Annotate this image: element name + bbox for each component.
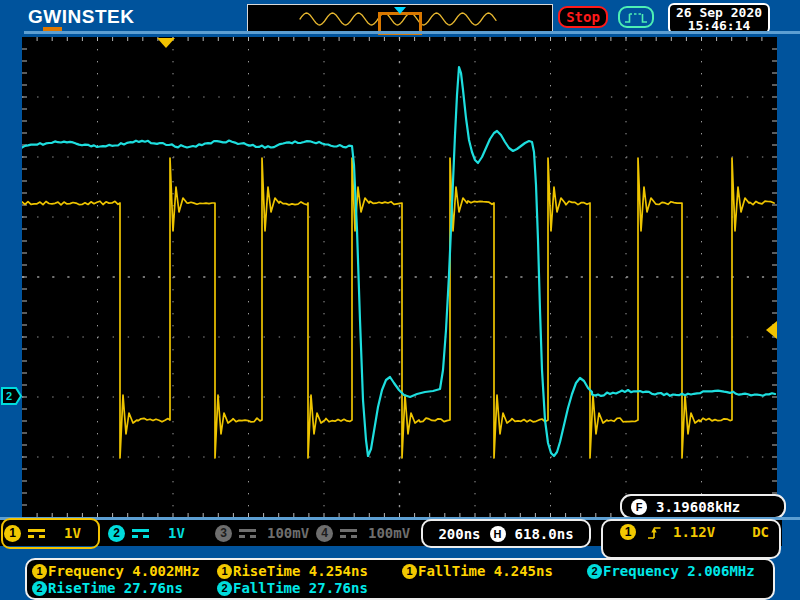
measurement-item: 2 RiseTime 27.76ns [32, 580, 183, 596]
measurement-text: RiseTime 4.254ns [233, 563, 368, 579]
waveform-display [22, 37, 777, 517]
gwinstek-logo: GWINSTEK [28, 6, 134, 28]
measurement-ch-badge: 1 [402, 564, 417, 579]
ch3-scale: 100mV [267, 525, 309, 541]
trigger-level-value: 1.12V [673, 524, 715, 540]
timebase-box[interactable]: 200ns H 618.0ns [421, 519, 591, 548]
measurement-ch-badge: 1 [217, 564, 232, 579]
measurement-ch-badge: 1 [32, 564, 47, 579]
horizontal-icon: H [490, 526, 506, 542]
trigger-type-indicator [618, 6, 654, 28]
freq-counter-icon: F [631, 499, 647, 515]
measurement-item: 2 Frequency 2.006MHz [587, 563, 755, 579]
measurement-ch-badge: 2 [587, 564, 602, 579]
logo-letter-w: W [43, 6, 61, 31]
preview-trigger-marker-icon[interactable] [394, 7, 406, 14]
timebase-position: 618.0ns [515, 526, 574, 542]
ch4-scale: 100mV [368, 525, 410, 541]
channel-1-status[interactable]: 1 1V [4, 521, 81, 545]
ch1-coupling-icon [28, 529, 45, 538]
channel-3-status[interactable]: 3 100mV [215, 521, 309, 545]
ch4-badge: 4 [316, 525, 333, 542]
measurement-text: RiseTime 27.76ns [48, 580, 183, 596]
measurement-ch-badge: 2 [32, 581, 47, 596]
measurement-item: 2 FallTime 27.76ns [217, 580, 368, 596]
ch3-coupling-icon [239, 529, 256, 538]
logo-letter-g: G [28, 6, 43, 27]
timebase-scale: 200ns [438, 526, 480, 542]
ch2-badge: 2 [108, 525, 125, 542]
measurement-item: 1 FallTime 4.245ns [402, 563, 553, 579]
ch4-coupling-icon [340, 529, 357, 538]
trigger-coupling: DC [752, 524, 769, 540]
trigger-level-marker-icon[interactable] [766, 321, 777, 339]
ch1-badge: 1 [4, 525, 21, 542]
channel-4-status[interactable]: 4 100mV [316, 521, 410, 545]
trigger-source-badge: 1 [620, 524, 636, 540]
measurement-text: Frequency 2.006MHz [603, 563, 755, 579]
run-stop-indicator[interactable]: Stop [558, 6, 608, 28]
measurement-ch-badge: 2 [217, 581, 232, 596]
oscilloscope-screen: GWINSTEK Stop 26 Sep 2020 15:46:14 2 F 3… [0, 0, 800, 600]
trigger-position-marker-icon[interactable] [157, 38, 175, 48]
ch1-scale: 1V [64, 525, 81, 541]
measurement-text: FallTime 4.245ns [418, 563, 553, 579]
freq-counter-value: 3.19608kHz [656, 499, 740, 515]
rising-edge-icon [647, 525, 662, 540]
measurement-text: Frequency 4.002MHz [48, 563, 200, 579]
acquisition-preview-bar[interactable] [247, 4, 553, 32]
top-separator [24, 31, 800, 34]
ch3-badge: 3 [215, 525, 232, 542]
ch2-position-marker[interactable]: 2 [1, 387, 23, 405]
logo-rest: INSTEK [62, 6, 135, 27]
stop-label: Stop [566, 9, 600, 25]
ch2-scale: 1V [168, 525, 185, 541]
ch2-coupling-icon [132, 529, 149, 538]
datetime-display: 26 Sep 2020 15:46:14 [668, 3, 770, 34]
svg-text:2: 2 [6, 390, 12, 402]
trigger-box[interactable]: 1 1.12V DC [601, 519, 781, 559]
frequency-counter: F 3.19608kHz [620, 494, 786, 519]
measurements-panel: 1 Frequency 4.002MHz 1 RiseTime 4.254ns … [25, 558, 775, 600]
pulse-icon [623, 10, 649, 25]
measurement-text: FallTime 27.76ns [233, 580, 368, 596]
measurement-item: 1 RiseTime 4.254ns [217, 563, 368, 579]
channel-2-status[interactable]: 2 1V [108, 521, 185, 545]
measurement-item: 1 Frequency 4.002MHz [32, 563, 200, 579]
